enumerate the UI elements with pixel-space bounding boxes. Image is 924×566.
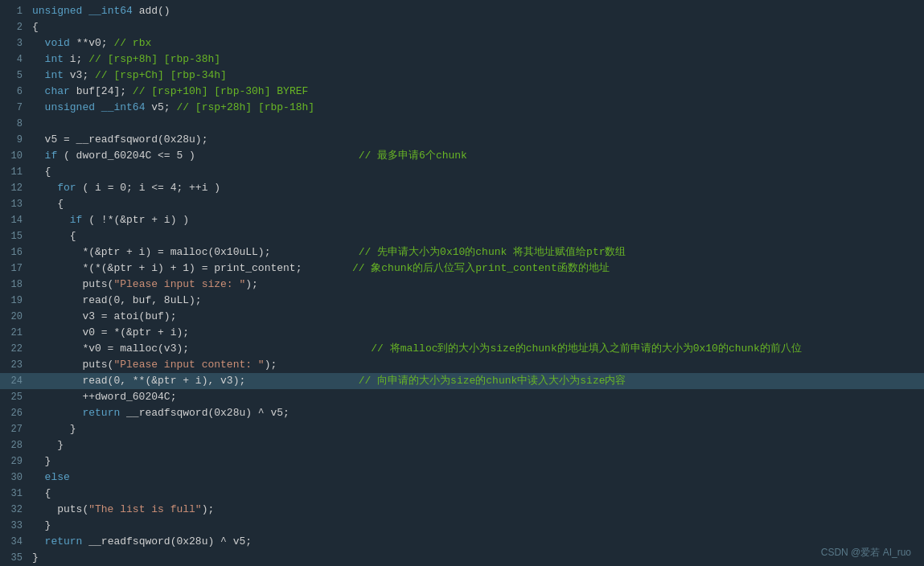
line-number: 16 — [0, 244, 23, 260]
line-content: } — [32, 550, 918, 566]
line-number: 1 — [0, 3, 23, 19]
line-number: 9 — [0, 132, 23, 148]
code-line: 19 read(0, buf, 8uLL); — [0, 293, 924, 309]
line-number: 10 — [0, 148, 23, 164]
code-line: 22 *v0 = malloc(v3); // 将malloc到的大小为size… — [0, 341, 924, 357]
code-line: 4 int i; // [rsp+8h] [rbp-38h] — [0, 51, 924, 68]
code-line: 18 puts("Please input size: "); — [0, 277, 924, 293]
code-line: 24 read(0, **(&ptr + i), v3); // 向申请的大小为… — [0, 373, 924, 389]
code-line: 9 v5 = __readfsqword(0x28u); — [0, 132, 924, 148]
line-number: 24 — [0, 373, 23, 389]
line-number: 22 — [0, 341, 23, 357]
line-content: else — [32, 470, 918, 486]
code-line: 11 { — [0, 164, 924, 180]
line-content: unsigned __int64 v5; // [rsp+28h] [rbp-1… — [32, 100, 918, 116]
line-content: read(0, buf, 8uLL); — [32, 293, 918, 309]
code-line: 15 { — [0, 228, 924, 244]
code-line: 12 for ( i = 0; i <= 4; ++i ) — [0, 180, 924, 196]
line-content: } — [32, 453, 918, 470]
code-line: 10 if ( dword_60204C <= 5 ) // 最多申请6个chu… — [0, 148, 924, 164]
line-content: void **v0; // rbx — [32, 35, 918, 51]
line-number: 6 — [0, 84, 23, 100]
code-line: 34 return __readfsqword(0x28u) ^ v5; — [0, 534, 924, 550]
line-content: *v0 = malloc(v3); // 将malloc到的大小为size的ch… — [32, 341, 918, 357]
line-number: 21 — [0, 325, 23, 341]
line-number: 34 — [0, 534, 23, 550]
code-line: 13 { — [0, 196, 924, 212]
line-number: 28 — [0, 437, 23, 453]
line-content: for ( i = 0; i <= 4; ++i ) — [32, 180, 918, 196]
code-line: 25 ++dword_60204C; — [0, 389, 924, 405]
line-content: if ( dword_60204C <= 5 ) // 最多申请6个chunk — [32, 148, 918, 164]
code-line: 17 *(*(&ptr + i) + 1) = print_content; /… — [0, 260, 924, 277]
line-content: *(*(&ptr + i) + 1) = print_content; // 象… — [32, 260, 918, 277]
line-content: } — [32, 421, 918, 437]
code-line: 35} — [0, 550, 924, 566]
line-number: 19 — [0, 293, 23, 309]
code-line: 21 v0 = *(&ptr + i); — [0, 325, 924, 341]
line-number: 27 — [0, 421, 23, 437]
line-content: puts("Please input size: "); — [32, 277, 918, 293]
line-content: } — [32, 518, 918, 534]
line-number: 33 — [0, 518, 23, 534]
line-content: unsigned __int64 add() — [32, 3, 918, 19]
line-content: if ( !*(&ptr + i) ) — [32, 212, 918, 228]
code-line: 30 else — [0, 470, 924, 486]
line-content: ++dword_60204C; — [32, 389, 918, 405]
line-number: 17 — [0, 260, 23, 277]
line-content: return __readfsqword(0x28u) ^ v5; — [32, 405, 918, 421]
code-line: 16 *(&ptr + i) = malloc(0x10uLL); // 先申请… — [0, 244, 924, 260]
line-number: 8 — [0, 116, 23, 132]
line-content: { — [32, 19, 918, 35]
code-line: 7 unsigned __int64 v5; // [rsp+28h] [rbp… — [0, 100, 924, 116]
line-content: puts("The list is full"); — [32, 502, 918, 518]
code-line: 14 if ( !*(&ptr + i) ) — [0, 212, 924, 228]
line-number: 23 — [0, 357, 23, 373]
line-number: 5 — [0, 68, 23, 84]
line-content: return __readfsqword(0x28u) ^ v5; — [32, 534, 918, 550]
line-content: read(0, **(&ptr + i), v3); // 向申请的大小为siz… — [32, 373, 918, 389]
line-content: { — [32, 196, 918, 212]
code-line: 27 } — [0, 421, 924, 437]
line-content: char buf[24]; // [rsp+10h] [rbp-30h] BYR… — [32, 84, 918, 100]
line-number: 2 — [0, 19, 23, 35]
line-number: 12 — [0, 180, 23, 196]
line-number: 29 — [0, 453, 23, 470]
code-line: 2{ — [0, 19, 924, 35]
code-line: 31 { — [0, 486, 924, 502]
code-line: 29 } — [0, 453, 924, 470]
code-line: 32 puts("The list is full"); — [0, 502, 924, 518]
code-line: 3 void **v0; // rbx — [0, 35, 924, 51]
watermark: CSDN @爱若 AI_ruo — [821, 546, 911, 560]
code-line: 23 puts("Please input content: "); — [0, 357, 924, 373]
line-content: *(&ptr + i) = malloc(0x10uLL); // 先申请大小为… — [32, 244, 918, 260]
line-content: v0 = *(&ptr + i); — [32, 325, 918, 341]
line-content: } — [32, 437, 918, 453]
line-number: 3 — [0, 35, 23, 51]
code-line: 5 int v3; // [rsp+Ch] [rbp-34h] — [0, 68, 924, 84]
line-number: 4 — [0, 51, 23, 68]
code-line: 6 char buf[24]; // [rsp+10h] [rbp-30h] B… — [0, 84, 924, 100]
code-line: 26 return __readfsqword(0x28u) ^ v5; — [0, 405, 924, 421]
line-number: 32 — [0, 502, 23, 518]
code-line: 20 v3 = atoi(buf); — [0, 309, 924, 325]
line-content: { — [32, 228, 918, 244]
line-number: 13 — [0, 196, 23, 212]
code-line: 1unsigned __int64 add() — [0, 3, 924, 19]
line-number: 31 — [0, 486, 23, 502]
line-number: 15 — [0, 228, 23, 244]
line-number: 26 — [0, 405, 23, 421]
line-number: 35 — [0, 550, 23, 566]
line-number: 25 — [0, 389, 23, 405]
code-line: 28 } — [0, 437, 924, 453]
code-container: 1unsigned __int64 add()2{3 void **v0; //… — [0, 0, 924, 566]
line-number: 14 — [0, 212, 23, 228]
code-line: 8 — [0, 116, 924, 132]
line-content: int v3; // [rsp+Ch] [rbp-34h] — [32, 68, 918, 84]
line-content: v3 = atoi(buf); — [32, 309, 918, 325]
line-content: v5 = __readfsqword(0x28u); — [32, 132, 918, 148]
line-content: int i; // [rsp+8h] [rbp-38h] — [32, 51, 918, 68]
line-number: 30 — [0, 470, 23, 486]
line-number: 18 — [0, 277, 23, 293]
line-content: puts("Please input content: "); — [32, 357, 918, 373]
